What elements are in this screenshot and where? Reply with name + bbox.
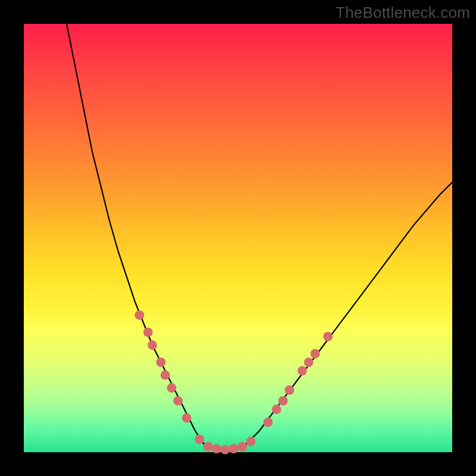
- curve-layer: [24, 24, 452, 452]
- data-marker: [264, 418, 273, 427]
- data-markers: [135, 311, 333, 455]
- data-marker: [143, 328, 153, 337]
- data-marker: [298, 366, 307, 375]
- data-marker: [221, 445, 230, 455]
- data-marker: [278, 396, 288, 406]
- curve-left-arm: [67, 24, 203, 444]
- data-marker: [246, 437, 256, 446]
- data-marker: [203, 442, 213, 452]
- data-marker: [285, 386, 295, 395]
- data-marker: [272, 405, 281, 414]
- data-marker: [173, 396, 183, 406]
- watermark-text: TheBottleneck.com: [336, 4, 470, 22]
- data-marker: [311, 349, 320, 359]
- data-marker: [195, 435, 204, 444]
- data-marker: [212, 444, 221, 453]
- data-marker: [229, 444, 239, 453]
- data-marker: [148, 340, 157, 350]
- data-marker: [167, 383, 177, 393]
- data-marker: [182, 414, 192, 423]
- data-marker: [135, 311, 145, 320]
- chart-frame: TheBottleneck.com: [0, 0, 476, 476]
- plot-area: [24, 24, 452, 452]
- data-marker: [161, 371, 170, 380]
- data-marker: [237, 442, 247, 452]
- data-marker: [156, 358, 166, 367]
- data-marker: [304, 358, 314, 367]
- data-marker: [323, 332, 333, 342]
- curve-right-arm: [246, 182, 452, 443]
